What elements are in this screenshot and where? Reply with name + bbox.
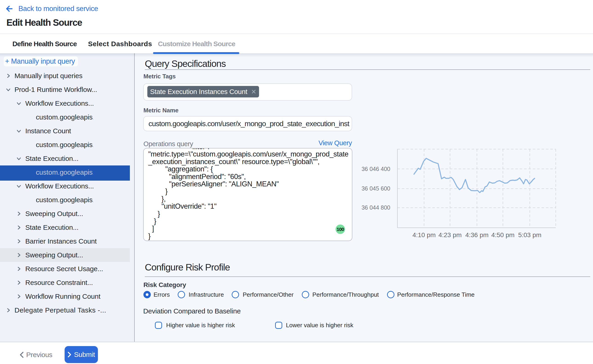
- svg-text:4:10 pm: 4:10 pm: [412, 231, 436, 239]
- svg-text:36 046 400: 36 046 400: [362, 166, 390, 172]
- svg-text:4:36 pm: 4:36 pm: [465, 231, 489, 239]
- svg-text:36 044 800: 36 044 800: [362, 204, 390, 211]
- svg-text:4:23 pm: 4:23 pm: [438, 231, 462, 239]
- svg-text:4:50 pm: 4:50 pm: [491, 231, 515, 239]
- svg-text:5:03 pm: 5:03 pm: [518, 231, 541, 239]
- svg-text:36 045 600: 36 045 600: [362, 185, 390, 192]
